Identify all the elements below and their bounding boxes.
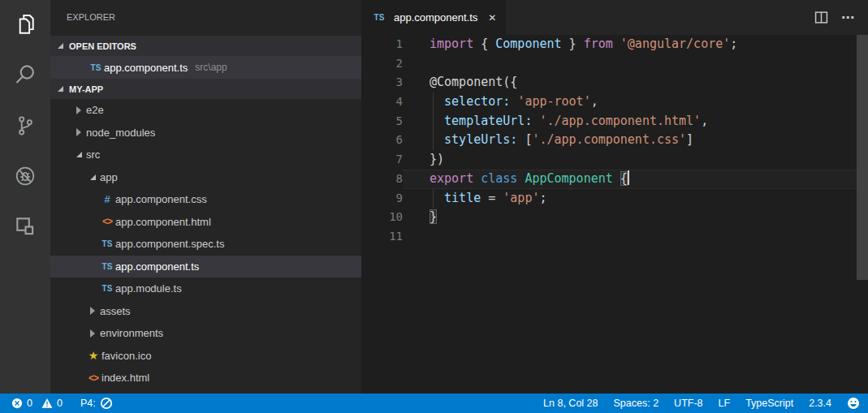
twistie-collapsed-icon	[76, 128, 81, 136]
feedback-smiley[interactable]	[847, 397, 860, 410]
debug-disabled-icon	[13, 164, 37, 188]
line-number: 2	[361, 54, 403, 74]
tree-folder-environments[interactable]: environments	[50, 322, 361, 345]
magnifier-icon	[12, 62, 38, 88]
git-branch-icon	[13, 114, 37, 138]
indent-guide	[433, 92, 434, 112]
indent-guide	[433, 112, 434, 131]
close-icon[interactable]: ✕	[488, 12, 496, 24]
code-line-4[interactable]: 4 selector: 'app-root',	[361, 92, 868, 112]
tree-file-app.module.ts[interactable]: TSapp.module.ts	[50, 277, 361, 300]
error-icon	[11, 398, 23, 409]
html-file-icon: <>	[85, 372, 101, 384]
twistie-collapsed-icon	[90, 329, 95, 338]
file-tree: e2enode_modulessrcapp#app.component.css<…	[50, 99, 361, 389]
explorer-icon[interactable]	[0, 0, 50, 50]
tree-file-app.component.html[interactable]: <>app.component.html	[50, 211, 361, 234]
line-number: 10	[361, 208, 403, 227]
code-editor[interactable]: 1import { Component } from '@angular/cor…	[361, 35, 868, 394]
indentation-setting[interactable]: Spaces: 2	[614, 398, 659, 409]
status-bar: 0 0 P4: Ln 8, Col 28 Spaces: 2 UTF-8 L	[0, 394, 868, 413]
line-number: 5	[361, 112, 403, 131]
star-file-icon: ★	[85, 349, 101, 362]
typescript-file-icon: TS	[88, 63, 104, 72]
extensions-icon[interactable]	[0, 201, 50, 252]
code-line-6[interactable]: 6 styleUrls: ['./app.component.css']	[361, 131, 868, 150]
files-icon	[12, 12, 38, 38]
tree-file-app.component.ts[interactable]: TSapp.component.ts	[50, 256, 361, 278]
activity-bar	[0, 0, 50, 394]
code-line-10[interactable]: 10}	[361, 208, 868, 227]
explorer-sidebar: EXPLORER OPEN EDITORS TS app.component.t…	[50, 0, 361, 394]
cursor-position[interactable]: Ln 8, Col 28	[543, 398, 598, 409]
search-icon[interactable]	[0, 50, 50, 101]
section-label: OPEN EDITORS	[69, 41, 136, 51]
vscode-window: EXPLORER OPEN EDITORS TS app.component.t…	[0, 0, 868, 413]
text-cursor	[628, 170, 629, 185]
tree-item-label: app.component.spec.ts	[115, 238, 224, 250]
source-control-icon[interactable]	[0, 101, 50, 151]
debug-icon[interactable]	[0, 151, 50, 201]
tree-item-label: app.module.ts	[115, 282, 182, 295]
twistie-expanded-icon	[90, 174, 96, 180]
twistie-expanded-icon	[58, 43, 63, 49]
more-actions-icon[interactable]: ⋯	[841, 10, 855, 25]
typescript-version[interactable]: 2.3.4	[809, 398, 831, 409]
editor-scrollbar[interactable]	[857, 35, 868, 280]
line-number: 4	[361, 92, 403, 112]
open-editor-item[interactable]: TS app.component.ts src\app	[50, 56, 361, 79]
code-line-3[interactable]: 3@Component({	[361, 73, 868, 92]
tree-item-label: assets	[100, 305, 131, 317]
code-line-8[interactable]: 8export class AppComponent {	[361, 170, 868, 189]
tab-label: app.component.ts	[394, 11, 477, 24]
ts-file-icon: TS	[99, 262, 115, 271]
tree-folder-app[interactable]: app	[50, 166, 361, 189]
tree-item-label: app.component.css	[115, 193, 207, 205]
error-count: 0	[27, 398, 32, 409]
sidebar-title: EXPLORER	[50, 0, 361, 36]
tree-folder-node_modules[interactable]: node_modules	[50, 122, 361, 144]
prohibition-icon	[100, 397, 113, 410]
code-line-11[interactable]: 11	[361, 227, 868, 247]
tree-folder-assets[interactable]: assets	[50, 300, 361, 323]
editor-actions: ⋯	[814, 0, 868, 35]
split-editor-icon[interactable]	[814, 11, 828, 24]
code-line-9[interactable]: 9 title = 'app';	[361, 189, 868, 209]
twistie-expanded-icon	[76, 152, 82, 157]
line-number: 9	[361, 189, 403, 209]
section-project[interactable]: MY-APP	[50, 79, 361, 99]
encoding-setting[interactable]: UTF-8	[674, 398, 702, 409]
ts-file-icon: TS	[99, 284, 115, 293]
twistie-expanded-icon	[58, 86, 63, 92]
tree-folder-e2e[interactable]: e2e	[50, 99, 361, 122]
tree-file-app.component.css[interactable]: #app.component.css	[50, 188, 361, 211]
html-file-icon: <>	[99, 216, 115, 227]
code-line-2[interactable]: 2	[361, 54, 868, 74]
language-mode[interactable]: TypeScript	[745, 398, 793, 409]
warning-icon	[41, 398, 53, 409]
problems-indicator[interactable]: 0 0	[11, 398, 63, 409]
line-number: 6	[361, 131, 403, 150]
tree-file-favicon.ico[interactable]: ★favicon.ico	[50, 345, 361, 368]
tab-bar: TS app.component.ts ✕ ⋯	[361, 0, 868, 35]
code-line-5[interactable]: 5 templateUrl: './app.component.html',	[361, 112, 868, 131]
perforce-status[interactable]: P4:	[80, 397, 113, 410]
css-file-icon: #	[99, 193, 115, 205]
tree-folder-src[interactable]: src	[50, 144, 361, 166]
perforce-label: P4:	[80, 398, 96, 409]
tree-file-app.component.spec.ts[interactable]: TSapp.component.spec.ts	[50, 233, 361, 256]
tree-file-index.html[interactable]: <>index.html	[50, 367, 361, 389]
code-line-7[interactable]: 7})	[361, 150, 868, 170]
eol-setting[interactable]: LF	[719, 398, 731, 409]
tree-item-label: node_modules	[86, 127, 155, 139]
tree-item-label: favicon.ico	[101, 350, 151, 362]
code-line-1[interactable]: 1import { Component } from '@angular/cor…	[361, 35, 868, 54]
smiley-icon	[847, 397, 860, 410]
warning-count: 0	[57, 398, 63, 409]
twistie-collapsed-icon	[76, 106, 81, 114]
tree-item-label: app.component.html	[115, 216, 211, 228]
tree-item-label: environments	[100, 327, 163, 339]
tab-app-component-ts[interactable]: TS app.component.ts ✕	[361, 0, 506, 35]
typescript-file-icon: TS	[371, 13, 387, 22]
section-open-editors[interactable]: OPEN EDITORS	[50, 36, 361, 56]
